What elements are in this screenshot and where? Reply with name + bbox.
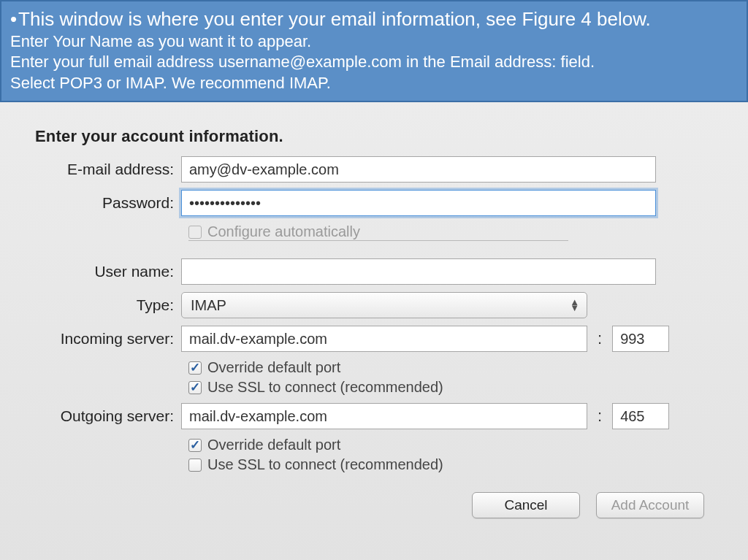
- outgoing-override-port-label: Override default port: [207, 437, 340, 453]
- email-label: E-mail address:: [18, 161, 181, 178]
- incoming-use-ssl-label: Use SSL to connect (recommended): [207, 379, 443, 396]
- password-label: Password:: [18, 194, 181, 212]
- banner-line-2: Enter Your Name as you want it to appear…: [10, 31, 738, 53]
- outgoing-server-field[interactable]: [181, 403, 587, 429]
- outgoing-use-ssl-checkbox[interactable]: [188, 459, 202, 472]
- password-field[interactable]: [181, 190, 656, 216]
- add-account-button[interactable]: Add Account: [596, 492, 704, 518]
- username-label: User name:: [18, 263, 181, 280]
- account-setup-panel: Enter your account information. E-mail a…: [0, 102, 748, 560]
- divider: [188, 240, 568, 241]
- panel-title: Enter your account information.: [35, 127, 730, 146]
- banner-line-3: Enter your full email address username@e…: [10, 52, 738, 73]
- colon-separator: :: [595, 329, 605, 348]
- email-field[interactable]: [181, 156, 656, 183]
- incoming-override-port-label: Override default port: [207, 359, 340, 376]
- username-field[interactable]: [181, 258, 656, 285]
- incoming-server-field[interactable]: [181, 326, 587, 352]
- banner-line-1: •This window is where you enter your ema…: [10, 7, 738, 31]
- outgoing-use-ssl-label: Use SSL to connect (recommended): [207, 456, 443, 473]
- outgoing-label: Outgoing server:: [18, 407, 181, 425]
- incoming-port-field[interactable]: [612, 326, 669, 352]
- banner-line-4: Select POP3 or IMAP. We recommend IMAP.: [10, 73, 738, 94]
- type-value: IMAP: [191, 297, 226, 314]
- type-select[interactable]: IMAP ▲▼: [181, 292, 587, 318]
- instruction-banner: •This window is where you enter your ema…: [0, 0, 748, 102]
- outgoing-port-field[interactable]: [612, 403, 669, 429]
- incoming-override-port-checkbox[interactable]: [188, 361, 202, 375]
- incoming-label: Incoming server:: [18, 330, 181, 348]
- cancel-button[interactable]: Cancel: [472, 492, 580, 518]
- incoming-use-ssl-checkbox[interactable]: [188, 381, 202, 394]
- outgoing-override-port-checkbox[interactable]: [188, 439, 202, 452]
- type-label: Type:: [18, 296, 181, 314]
- colon-separator-2: :: [595, 407, 605, 426]
- configure-auto-checkbox: [188, 226, 202, 239]
- configure-auto-label: Configure automatically: [207, 223, 360, 240]
- chevron-updown-icon: ▲▼: [570, 299, 579, 311]
